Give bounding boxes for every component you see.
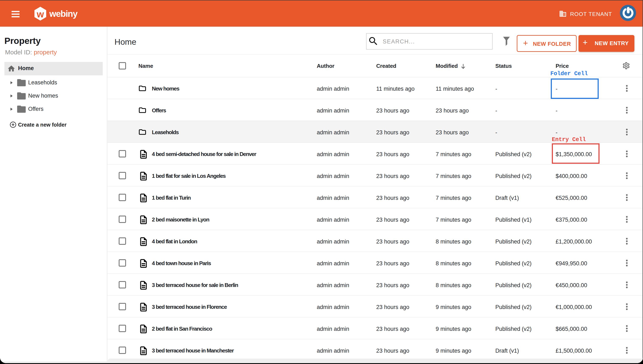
svg-text:w: w: [37, 9, 44, 19]
